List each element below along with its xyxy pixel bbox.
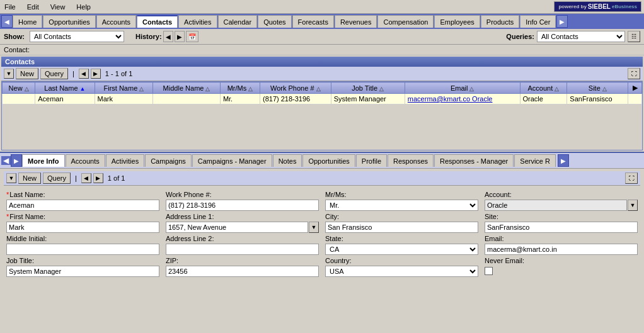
bottom-tab-notes[interactable]: Notes — [273, 154, 302, 167]
history-back-btn[interactable]: ◀ — [163, 31, 173, 42]
menu-view[interactable]: View — [49, 3, 67, 11]
tab-contacts[interactable]: Contacts — [137, 15, 178, 28]
bottom-tab-accounts[interactable]: Accounts — [66, 154, 105, 167]
form-address2-group: Address Line 2: — [166, 235, 319, 255]
form-lastname-input[interactable] — [6, 200, 159, 211]
bottom-tab-opportunities[interactable]: Opportunities — [302, 154, 355, 167]
form-firstname-input[interactable] — [6, 222, 159, 233]
form-account-group: Account: ▼ — [485, 191, 638, 211]
col-mrms[interactable]: Mr/Ms △ — [220, 82, 260, 94]
nav-right-arrow[interactable]: ▶ — [556, 15, 568, 28]
col-account[interactable]: Account △ — [520, 82, 567, 94]
form-account-label: Account: — [485, 191, 638, 199]
form-account-input[interactable] — [485, 200, 627, 211]
form-workphone-input[interactable] — [166, 200, 319, 211]
history-calendar-btn[interactable]: 📅 — [186, 31, 198, 42]
form-account-btn[interactable]: ▼ — [628, 200, 638, 211]
tab-employees[interactable]: Employees — [434, 15, 480, 28]
col-middlename[interactable]: Middle Name △ — [153, 82, 221, 94]
col-jobtitle[interactable]: Job Title △ — [331, 82, 405, 94]
tab-calendar[interactable]: Calendar — [218, 15, 258, 28]
col-more[interactable]: ▶ — [628, 82, 642, 94]
tab-accounts[interactable]: Accounts — [96, 15, 136, 28]
contacts-menu-btn[interactable]: ▼ — [4, 69, 14, 79]
bottom-tab-profile[interactable]: Profile — [356, 154, 387, 167]
form-mrms-select[interactable]: Mr. Ms. Mrs. Dr. — [325, 200, 478, 211]
tab-opportunities[interactable]: Opportunities — [43, 15, 95, 28]
bottom-nav: ◀ ▶ More Info Accounts Activities Campai… — [0, 152, 644, 169]
form-address2-input[interactable] — [166, 244, 319, 255]
bottom-tab-responses[interactable]: Responses — [388, 154, 434, 167]
contacts-query-btn[interactable]: Query — [40, 68, 68, 79]
tab-compensation[interactable]: Compensation — [377, 15, 434, 28]
form-city-input[interactable] — [325, 222, 478, 233]
bottom-tab-campaigns[interactable]: Campaigns — [145, 154, 192, 167]
tab-forecasts[interactable]: Forecasts — [292, 15, 334, 28]
form-address1-label: Address Line 1: — [166, 213, 319, 221]
detail-prev-btn[interactable]: ◀ — [81, 173, 91, 183]
nav-left-arrow[interactable]: ◀ — [1, 15, 13, 28]
menu-help[interactable]: Help — [74, 3, 93, 11]
form-site-group: Site: — [485, 213, 638, 233]
form-neveremail-label: Never Email: — [485, 257, 638, 265]
bottom-tab-responses-manager[interactable]: Responses - Manager — [434, 154, 514, 167]
contacts-expand-btn[interactable]: ⛶ — [628, 68, 640, 79]
bottom-tab-moreinfo[interactable]: More Info — [22, 154, 65, 167]
bottom-nav-right-arrow[interactable]: ▶ — [11, 154, 22, 167]
table-row[interactable]: Aceman Mark Mr. (817) 218-3196 System Ma… — [3, 94, 642, 104]
col-firstname[interactable]: First Name △ — [95, 82, 153, 94]
detail-next-btn[interactable]: ▶ — [93, 173, 103, 183]
contacts-pagination: 1 - 1 of 1 — [105, 70, 132, 77]
detail-new-btn[interactable]: New — [18, 172, 41, 184]
menu-edit[interactable]: Edit — [25, 3, 41, 11]
form-middleinitial-input[interactable] — [6, 244, 159, 255]
form-address1-btn[interactable]: ▼ — [309, 222, 319, 233]
tab-home[interactable]: Home — [13, 15, 42, 28]
form-jobtitle-input[interactable] — [6, 266, 159, 277]
bottom-tab-service[interactable]: Service R — [514, 154, 556, 167]
form-mrms-label: Mr/Ms: — [325, 191, 478, 199]
contacts-prev-btn[interactable]: ◀ — [79, 69, 89, 79]
tab-revenues[interactable]: Revenues — [335, 15, 377, 28]
col-workphone[interactable]: Work Phone # △ — [260, 82, 331, 94]
form-country-select[interactable]: USA Canada Mexico — [325, 266, 478, 277]
col-lastname[interactable]: Last Name ▲ — [35, 82, 95, 94]
form-address1-input-wrapper: ▼ — [166, 222, 319, 233]
form-middleinitial-label: Middle Initial: — [6, 235, 159, 243]
bottom-nav-left[interactable]: ◀ — [1, 156, 11, 165]
history-forward-btn[interactable]: ▶ — [175, 31, 185, 42]
form-site-input[interactable] — [485, 222, 638, 233]
form-email-group: Email: — [485, 235, 638, 255]
col-site[interactable]: Site △ — [567, 82, 628, 94]
cell-firstname: Mark — [95, 94, 153, 104]
form-country-group: Country: USA Canada Mexico — [325, 257, 478, 277]
tab-infocert[interactable]: Info Cer — [520, 15, 556, 28]
tab-products[interactable]: Products — [481, 15, 519, 28]
queries-icon-btn[interactable]: ☷ — [628, 31, 640, 42]
tab-quotes[interactable]: Quotes — [258, 15, 291, 28]
bottom-tab-campaigns-manager[interactable]: Campaigns - Manager — [192, 154, 272, 167]
detail-expand-btn[interactable]: ⛶ — [625, 172, 638, 184]
cell-email: macerma@kmart.co Oracle — [405, 94, 520, 104]
col-email[interactable]: Email △ — [405, 82, 520, 94]
contacts-section-header: Contacts — [1, 57, 643, 67]
contacts-new-btn[interactable]: New — [16, 68, 38, 79]
form-email-input[interactable] — [485, 244, 638, 255]
col-new[interactable]: New △ — [3, 82, 35, 94]
form-address1-input[interactable] — [166, 222, 308, 233]
detail-menu-btn[interactable]: ▼ — [6, 173, 16, 183]
detail-form: Last Name: Work Phone #: Mr/Ms: Mr. Ms. … — [4, 188, 640, 279]
form-zip-input[interactable] — [166, 266, 319, 277]
queries-select[interactable]: All Contacts — [537, 31, 625, 42]
cell-site: SanFransisco — [567, 94, 628, 104]
detail-query-btn[interactable]: Query — [43, 172, 71, 184]
tab-activities[interactable]: Activities — [178, 15, 217, 28]
form-city-group: City: — [325, 213, 478, 233]
bottom-tab-activities[interactable]: Activities — [106, 154, 144, 167]
contacts-next-btn[interactable]: ▶ — [91, 69, 101, 79]
bottom-nav-end-arrow[interactable]: ▶ — [558, 154, 569, 167]
form-neveremail-checkbox[interactable] — [485, 267, 493, 275]
menu-file[interactable]: File — [3, 3, 18, 11]
show-select[interactable]: All Contacts — [30, 31, 124, 42]
form-state-select[interactable]: CA TX NY — [325, 244, 478, 255]
